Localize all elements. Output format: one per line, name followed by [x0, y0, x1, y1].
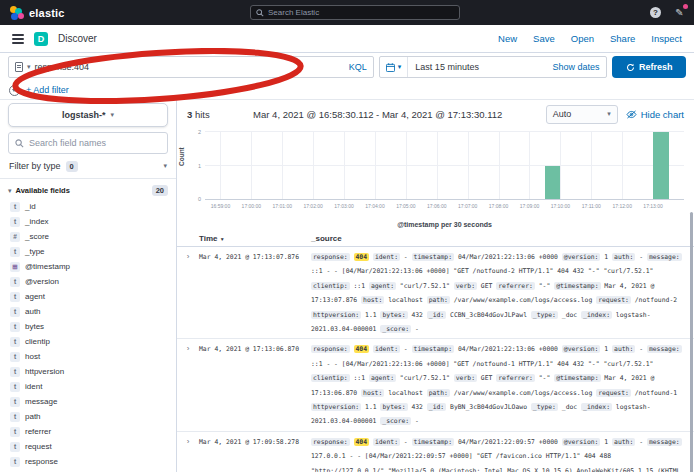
- filter-count-badge: 0: [66, 161, 78, 172]
- table-row[interactable]: ›Mar 4, 2021 @ 17:09:58.278response: 404…: [177, 432, 694, 472]
- field-name-badge: host:: [361, 296, 384, 304]
- field-item-id[interactable]: t_id: [8, 199, 168, 214]
- field-name-badge: httpversion:: [311, 311, 361, 319]
- field-item-ident[interactable]: tident: [8, 379, 168, 394]
- filter-by-type[interactable]: Filter by type 0 ▾: [0, 154, 176, 179]
- chevron-down-icon[interactable]: ▾: [27, 63, 31, 71]
- table-row[interactable]: ›Mar 4, 2021 @ 17:13:07.876response: 404…: [177, 247, 694, 339]
- action-inspect[interactable]: Inspect: [651, 33, 682, 44]
- x-gridline: [437, 132, 438, 199]
- field-item-response[interactable]: tresponse: [8, 454, 168, 469]
- field-item-message[interactable]: tmessage: [8, 394, 168, 409]
- expand-row-icon[interactable]: ›: [177, 435, 199, 472]
- field-item-request[interactable]: trequest: [8, 439, 168, 454]
- field-name: _index: [25, 217, 49, 226]
- histogram-bar[interactable]: [545, 166, 560, 200]
- query-bar: ▾ response:404 KQL ▾ Last 15 minutes Sho…: [0, 53, 694, 81]
- global-search-input[interactable]: Search Elastic: [250, 5, 460, 20]
- histogram-bar[interactable]: [653, 132, 668, 199]
- field-name-badge: bytes:: [380, 403, 407, 411]
- index-pattern-name: logstash-*: [62, 110, 106, 120]
- page-title: Discover: [58, 33, 97, 44]
- query-input[interactable]: ▾ response:404 KQL: [8, 56, 374, 78]
- field-count-badge: 20: [152, 185, 168, 196]
- user-menu-icon[interactable]: ✎: [673, 6, 686, 19]
- highlighted-value: 404: [354, 345, 370, 353]
- field-search-placeholder: Search field names: [29, 138, 106, 148]
- search-icon: [15, 139, 24, 148]
- date-quick-select[interactable]: ▾: [380, 57, 409, 77]
- x-gridline: [468, 132, 469, 199]
- add-filter-button[interactable]: + Add filter: [26, 85, 69, 95]
- refresh-button[interactable]: Refresh: [612, 56, 686, 78]
- index-pattern-select[interactable]: logstash-* ▾: [8, 103, 168, 127]
- field-name-badge: _id:: [427, 311, 446, 319]
- refresh-icon: [626, 63, 635, 72]
- eye-slash-icon: [626, 110, 637, 119]
- time-range-value[interactable]: Last 15 minutes: [408, 62, 552, 72]
- fields-sidebar: logstash-* ▾ Search field names Filter b…: [0, 100, 177, 472]
- interval-select[interactable]: Auto ▾: [546, 105, 618, 124]
- chevron-down-icon: ▾: [163, 162, 167, 170]
- action-share[interactable]: Share: [610, 33, 635, 44]
- string-field-icon: t: [10, 457, 20, 467]
- action-new[interactable]: New: [498, 33, 517, 44]
- chart-plot-area[interactable]: 01216:59:0017:00:0017:01:0017:02:0017:03…: [205, 132, 684, 200]
- elastic-logo[interactable]: elastic: [10, 6, 65, 20]
- filter-options-icon[interactable]: [9, 85, 20, 96]
- time-range-title: Mar 4, 2021 @ 16:58:30.112 - Mar 4, 2021…: [218, 109, 538, 120]
- menu-icon[interactable]: [12, 34, 24, 44]
- field-item-auth[interactable]: tauth: [8, 304, 168, 319]
- chevron-down-icon: ▾: [398, 63, 402, 71]
- field-search-input[interactable]: Search field names: [8, 132, 168, 154]
- field-item-timestamp[interactable]: ⊞@timestamp: [8, 259, 168, 274]
- field-name: httpversion: [25, 367, 64, 376]
- field-item-score[interactable]: #_score: [8, 229, 168, 244]
- main-panel: ⇤ 3 hits Mar 4, 2021 @ 16:58:30.112 - Ma…: [177, 100, 694, 472]
- expand-row-icon[interactable]: ›: [177, 342, 199, 428]
- field-name-badge: auth:: [612, 253, 635, 261]
- field-item-path[interactable]: tpath: [8, 409, 168, 424]
- field-item-index[interactable]: t_index: [8, 214, 168, 229]
- column-header-time[interactable]: Time ▼: [199, 234, 311, 243]
- query-language-button[interactable]: KQL: [349, 62, 367, 72]
- field-item-bytes[interactable]: tbytes: [8, 319, 168, 334]
- table-row[interactable]: ›Mar 4, 2021 @ 17:13:06.870response: 404…: [177, 339, 694, 431]
- action-open[interactable]: Open: [571, 33, 594, 44]
- date-field-icon: ⊞: [10, 262, 20, 272]
- hide-chart-button[interactable]: Hide chart: [626, 109, 684, 120]
- string-field-icon: t: [10, 217, 20, 227]
- chevron-down-icon: ▾: [607, 110, 611, 118]
- field-item-referrer[interactable]: treferrer: [8, 424, 168, 439]
- x-tick-label: 17:11:00: [582, 203, 601, 209]
- field-item-type[interactable]: t_type: [8, 244, 168, 259]
- x-gridline: [499, 132, 500, 199]
- field-name: _score: [25, 232, 49, 241]
- field-item-version[interactable]: t@version: [8, 274, 168, 289]
- action-save[interactable]: Save: [533, 33, 555, 44]
- field-item-httpversion[interactable]: thttpversion: [8, 364, 168, 379]
- string-field-icon: t: [10, 367, 20, 377]
- field-item-host[interactable]: thost: [8, 349, 168, 364]
- row-time: Mar 4, 2021 @ 17:13:06.870: [199, 342, 311, 428]
- show-dates-button[interactable]: Show dates: [552, 62, 606, 72]
- field-name-badge: message:: [647, 438, 682, 446]
- query-text[interactable]: response:404: [35, 62, 345, 72]
- field-name-badge: ident:: [373, 253, 400, 261]
- vertical-scrollbar[interactable]: [690, 212, 693, 472]
- chevron-down-icon: ▾: [111, 111, 115, 119]
- available-fields-header[interactable]: ▾ Available fields 20: [8, 179, 168, 199]
- expand-row-icon[interactable]: ›: [177, 250, 199, 336]
- saved-query-icon[interactable]: [15, 62, 23, 72]
- x-tick-label: 17:01:00: [273, 203, 292, 209]
- field-name-badge: message:: [647, 345, 682, 353]
- global-search-placeholder: Search Elastic: [268, 8, 319, 17]
- string-field-icon: t: [10, 427, 20, 437]
- help-icon[interactable]: ?: [650, 7, 661, 18]
- x-tick-label: 17:09:00: [520, 203, 539, 209]
- field-list: t_idt_index#_scoret_type⊞@timestampt@ver…: [8, 199, 168, 472]
- field-item-agent[interactable]: tagent: [8, 289, 168, 304]
- field-name: @timestamp: [25, 262, 70, 271]
- field-item-clientip[interactable]: tclientip: [8, 334, 168, 349]
- field-name-badge: verb:: [454, 282, 477, 290]
